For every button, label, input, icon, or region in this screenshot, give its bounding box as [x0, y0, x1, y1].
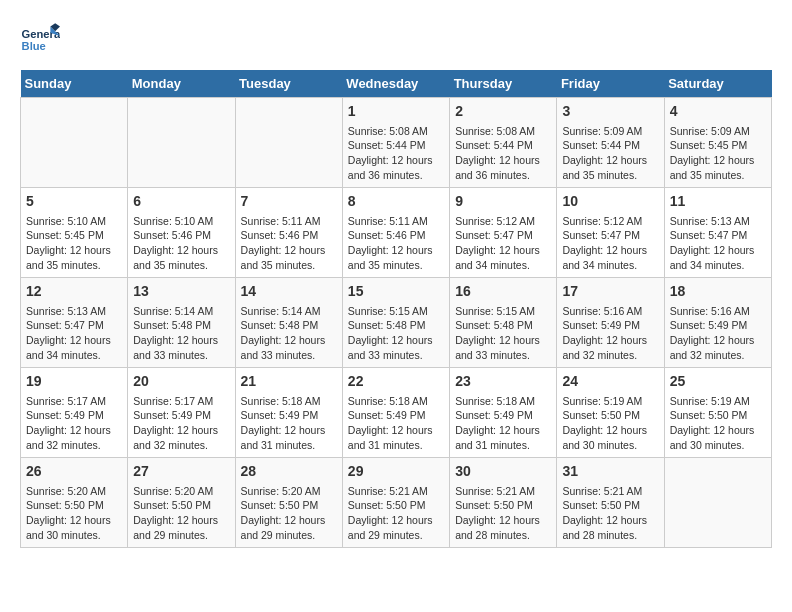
- day-number: 11: [670, 192, 766, 212]
- svg-text:Blue: Blue: [22, 40, 46, 52]
- day-number: 6: [133, 192, 229, 212]
- day-info-line: Daylight: 12 hours: [562, 153, 658, 168]
- day-info-line: and 35 minutes.: [133, 258, 229, 273]
- day-number: 2: [455, 102, 551, 122]
- day-number: 29: [348, 462, 444, 482]
- day-info-line: and 32 minutes.: [562, 348, 658, 363]
- day-info-line: Daylight: 12 hours: [26, 423, 122, 438]
- week-row-5: 26Sunrise: 5:20 AMSunset: 5:50 PMDayligh…: [21, 458, 772, 548]
- day-info-line: Daylight: 12 hours: [241, 333, 337, 348]
- week-row-2: 5Sunrise: 5:10 AMSunset: 5:45 PMDaylight…: [21, 188, 772, 278]
- col-header-sunday: Sunday: [21, 70, 128, 98]
- logo: General Blue: [20, 20, 60, 60]
- day-number: 7: [241, 192, 337, 212]
- day-number: 8: [348, 192, 444, 212]
- day-info-line: Sunrise: 5:10 AM: [26, 214, 122, 229]
- day-info-line: Sunrise: 5:08 AM: [455, 124, 551, 139]
- day-info-line: and 33 minutes.: [455, 348, 551, 363]
- day-info-line: Daylight: 12 hours: [348, 243, 444, 258]
- day-number: 17: [562, 282, 658, 302]
- day-cell-30: 30Sunrise: 5:21 AMSunset: 5:50 PMDayligh…: [450, 458, 557, 548]
- day-cell-13: 13Sunrise: 5:14 AMSunset: 5:48 PMDayligh…: [128, 278, 235, 368]
- day-info-line: Sunset: 5:46 PM: [133, 228, 229, 243]
- day-number: 12: [26, 282, 122, 302]
- day-info-line: Sunrise: 5:12 AM: [455, 214, 551, 229]
- day-info-line: and 31 minutes.: [348, 438, 444, 453]
- day-info-line: Sunset: 5:47 PM: [670, 228, 766, 243]
- day-info-line: Sunrise: 5:14 AM: [133, 304, 229, 319]
- day-info-line: Sunset: 5:50 PM: [670, 408, 766, 423]
- day-number: 25: [670, 372, 766, 392]
- day-info-line: Sunset: 5:49 PM: [562, 318, 658, 333]
- col-header-thursday: Thursday: [450, 70, 557, 98]
- day-info-line: and 30 minutes.: [562, 438, 658, 453]
- day-info-line: Sunset: 5:50 PM: [562, 408, 658, 423]
- day-cell-15: 15Sunrise: 5:15 AMSunset: 5:48 PMDayligh…: [342, 278, 449, 368]
- day-info-line: and 32 minutes.: [670, 348, 766, 363]
- day-info-line: Sunset: 5:47 PM: [562, 228, 658, 243]
- day-info-line: Sunrise: 5:18 AM: [348, 394, 444, 409]
- day-number: 4: [670, 102, 766, 122]
- day-info-line: Sunrise: 5:16 AM: [562, 304, 658, 319]
- day-number: 9: [455, 192, 551, 212]
- day-number: 20: [133, 372, 229, 392]
- day-info-line: Sunset: 5:49 PM: [133, 408, 229, 423]
- day-cell-25: 25Sunrise: 5:19 AMSunset: 5:50 PMDayligh…: [664, 368, 771, 458]
- calendar-table: SundayMondayTuesdayWednesdayThursdayFrid…: [20, 70, 772, 548]
- day-info-line: and 28 minutes.: [562, 528, 658, 543]
- day-cell-11: 11Sunrise: 5:13 AMSunset: 5:47 PMDayligh…: [664, 188, 771, 278]
- day-info-line: Daylight: 12 hours: [348, 153, 444, 168]
- day-info-line: Sunrise: 5:09 AM: [670, 124, 766, 139]
- day-cell-22: 22Sunrise: 5:18 AMSunset: 5:49 PMDayligh…: [342, 368, 449, 458]
- day-info-line: and 31 minutes.: [241, 438, 337, 453]
- day-cell-2: 2Sunrise: 5:08 AMSunset: 5:44 PMDaylight…: [450, 98, 557, 188]
- day-cell-17: 17Sunrise: 5:16 AMSunset: 5:49 PMDayligh…: [557, 278, 664, 368]
- day-info-line: Daylight: 12 hours: [455, 423, 551, 438]
- day-info-line: Sunrise: 5:17 AM: [26, 394, 122, 409]
- col-header-tuesday: Tuesday: [235, 70, 342, 98]
- empty-cell: [21, 98, 128, 188]
- day-cell-8: 8Sunrise: 5:11 AMSunset: 5:46 PMDaylight…: [342, 188, 449, 278]
- day-info-line: Sunset: 5:45 PM: [670, 138, 766, 153]
- day-info-line: Sunset: 5:44 PM: [455, 138, 551, 153]
- day-cell-18: 18Sunrise: 5:16 AMSunset: 5:49 PMDayligh…: [664, 278, 771, 368]
- day-info-line: Daylight: 12 hours: [26, 513, 122, 528]
- day-info-line: Daylight: 12 hours: [133, 513, 229, 528]
- day-info-line: Sunrise: 5:20 AM: [26, 484, 122, 499]
- day-info-line: Sunrise: 5:16 AM: [670, 304, 766, 319]
- day-number: 5: [26, 192, 122, 212]
- day-info-line: Sunrise: 5:13 AM: [26, 304, 122, 319]
- day-cell-4: 4Sunrise: 5:09 AMSunset: 5:45 PMDaylight…: [664, 98, 771, 188]
- day-info-line: Sunrise: 5:11 AM: [241, 214, 337, 229]
- day-info-line: Daylight: 12 hours: [26, 333, 122, 348]
- day-info-line: Daylight: 12 hours: [455, 243, 551, 258]
- header-row: SundayMondayTuesdayWednesdayThursdayFrid…: [21, 70, 772, 98]
- day-number: 22: [348, 372, 444, 392]
- day-number: 21: [241, 372, 337, 392]
- day-info-line: Daylight: 12 hours: [670, 153, 766, 168]
- day-info-line: Sunset: 5:46 PM: [348, 228, 444, 243]
- day-info-line: and 32 minutes.: [133, 438, 229, 453]
- col-header-wednesday: Wednesday: [342, 70, 449, 98]
- day-cell-29: 29Sunrise: 5:21 AMSunset: 5:50 PMDayligh…: [342, 458, 449, 548]
- day-info-line: Daylight: 12 hours: [670, 423, 766, 438]
- empty-cell: [235, 98, 342, 188]
- day-number: 3: [562, 102, 658, 122]
- day-info-line: Sunrise: 5:19 AM: [562, 394, 658, 409]
- day-cell-20: 20Sunrise: 5:17 AMSunset: 5:49 PMDayligh…: [128, 368, 235, 458]
- day-info-line: Sunrise: 5:09 AM: [562, 124, 658, 139]
- col-header-friday: Friday: [557, 70, 664, 98]
- day-info-line: Sunset: 5:48 PM: [241, 318, 337, 333]
- day-info-line: Sunset: 5:49 PM: [26, 408, 122, 423]
- day-info-line: Daylight: 12 hours: [562, 243, 658, 258]
- day-cell-28: 28Sunrise: 5:20 AMSunset: 5:50 PMDayligh…: [235, 458, 342, 548]
- day-info-line: Daylight: 12 hours: [348, 423, 444, 438]
- day-number: 13: [133, 282, 229, 302]
- day-info-line: and 33 minutes.: [241, 348, 337, 363]
- day-info-line: Sunset: 5:45 PM: [26, 228, 122, 243]
- day-info-line: Daylight: 12 hours: [670, 243, 766, 258]
- day-info-line: and 34 minutes.: [562, 258, 658, 273]
- day-info-line: Sunset: 5:48 PM: [133, 318, 229, 333]
- day-info-line: Daylight: 12 hours: [133, 243, 229, 258]
- day-info-line: Sunset: 5:49 PM: [455, 408, 551, 423]
